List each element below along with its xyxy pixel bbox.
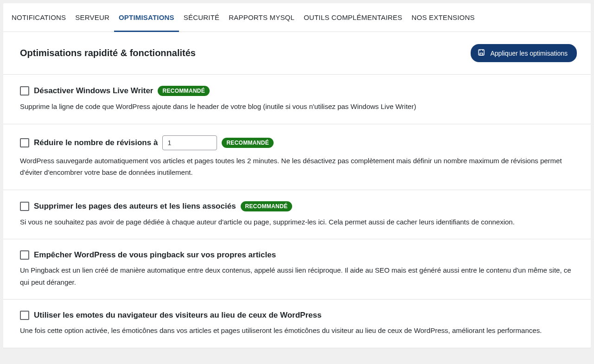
section-header: Optimisations rapidité & fonctionnalités…	[3, 32, 591, 75]
option-title: Empêcher WordPress de vous pingback sur …	[34, 250, 276, 260]
svg-rect-0	[479, 50, 484, 55]
option-prevent-self-pingback: Empêcher WordPress de vous pingback sur …	[3, 239, 591, 300]
option-title: Réduire le nombre de révisions à	[34, 138, 158, 147]
option-disable-wlw: Désactiver Windows Live Writer RECOMMAND…	[3, 75, 591, 124]
tab-rapports-mysql[interactable]: RAPPORTS MYSQL	[224, 3, 299, 32]
option-title: Désactiver Windows Live Writer	[34, 86, 153, 96]
tab-securite[interactable]: SÉCURITÉ	[179, 3, 224, 32]
option-browser-emotes: Utiliser les emotes du navigateur des vi…	[3, 300, 591, 348]
checkbox-prevent-self-pingback[interactable]	[20, 250, 29, 260]
recommended-badge: RECOMMANDÉ	[222, 138, 274, 148]
option-desc: Supprime la ligne de code que WordPress …	[20, 101, 574, 113]
tabs-nav: NOTIFICATIONS SERVEUR OPTIMISATIONS SÉCU…	[3, 3, 591, 32]
save-icon	[477, 48, 485, 58]
revisions-count-input[interactable]	[162, 135, 217, 150]
option-desc: Une fois cette option activée, les émoti…	[20, 325, 574, 337]
checkbox-remove-author-pages[interactable]	[20, 202, 29, 211]
settings-panel: NOTIFICATIONS SERVEUR OPTIMISATIONS SÉCU…	[3, 3, 591, 348]
page-title: Optimisations rapidité & fonctionnalités	[20, 48, 196, 58]
checkbox-disable-wlw[interactable]	[20, 86, 29, 96]
recommended-badge: RECOMMANDÉ	[158, 86, 210, 96]
recommended-badge: RECOMMANDÉ	[241, 201, 293, 211]
tab-notifications[interactable]: NOTIFICATIONS	[7, 3, 70, 32]
apply-optimisations-button[interactable]: Appliquer les optimisations	[471, 44, 577, 62]
tab-optimisations[interactable]: OPTIMISATIONS	[114, 3, 179, 32]
option-desc: Un Pingback est un lien créé de manière …	[20, 264, 574, 288]
option-remove-author-pages: Supprimer les pages des auteurs et les l…	[3, 190, 591, 240]
option-title: Utiliser les emotes du navigateur des vi…	[34, 311, 321, 320]
option-title: Supprimer les pages des auteurs et les l…	[34, 202, 236, 211]
checkbox-reduce-revisions[interactable]	[20, 138, 29, 147]
option-reduce-revisions: Réduire le nombre de révisions à RECOMMA…	[3, 124, 591, 190]
tab-serveur[interactable]: SERVEUR	[70, 3, 114, 32]
checkbox-browser-emotes[interactable]	[20, 311, 29, 320]
option-desc: Si vous ne souhaitez pas avoir de page d…	[20, 216, 574, 228]
tab-outils-complementaires[interactable]: OUTILS COMPLÉMENTAIRES	[299, 3, 407, 32]
apply-button-label: Appliquer les optimisations	[490, 50, 568, 57]
svg-rect-1	[480, 53, 483, 56]
option-desc: WordPress sauvegarde automatiquement vos…	[20, 155, 574, 179]
tab-nos-extensions[interactable]: NOS EXTENSIONS	[407, 3, 479, 32]
